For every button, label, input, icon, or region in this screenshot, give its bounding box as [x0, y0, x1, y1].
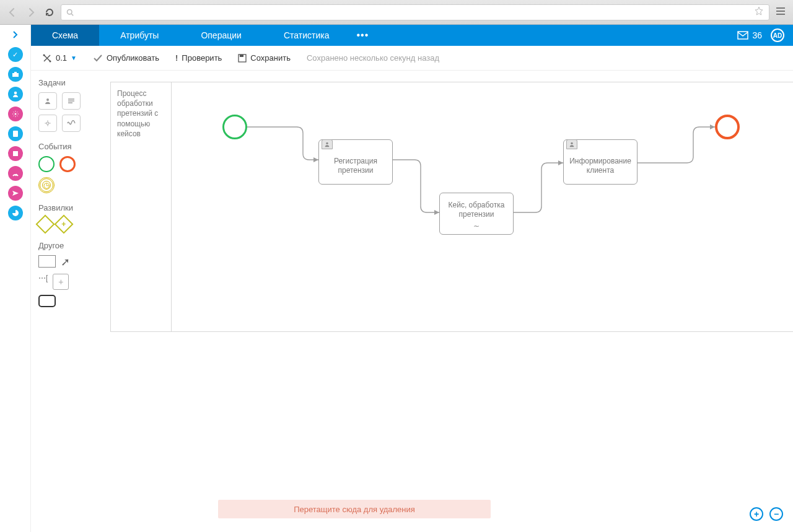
svg-point-9 [50, 60, 51, 62]
palette-pool[interactable] [38, 255, 56, 268]
zoom-controls: + − [750, 507, 783, 521]
palette-expanded-subprocess[interactable]: + [53, 274, 69, 290]
user-icon [566, 139, 577, 149]
tab-stats[interactable]: Статистика [263, 25, 351, 46]
rail-icon-gear[interactable] [8, 107, 23, 121]
left-rail: ✓ [0, 25, 31, 532]
svg-point-3 [14, 92, 17, 95]
nav-back-button[interactable] [5, 5, 20, 20]
browser-chrome [0, 0, 793, 25]
svg-point-8 [43, 54, 45, 56]
svg-point-18 [326, 142, 328, 144]
tab-more-button[interactable]: ••• [350, 25, 375, 46]
tab-schema[interactable]: Схема [31, 25, 99, 46]
bpmn-canvas[interactable]: Процесс обработки претензий с помощью ке… [110, 82, 793, 332]
svg-rect-11 [240, 55, 243, 57]
svg-rect-2 [14, 72, 17, 73]
branch-icon [42, 53, 52, 63]
mail-badge[interactable]: 36 [737, 30, 762, 40]
nav-forward-button[interactable] [24, 5, 38, 20]
address-bar[interactable] [61, 4, 769, 20]
palette-timer-event[interactable]: ◷ [38, 177, 55, 193]
palette-tasks-title: Задачи [38, 78, 92, 87]
svg-rect-5 [13, 131, 18, 137]
mail-icon [737, 31, 748, 40]
topbar: Схема Атрибуты Операции Статистика ••• 3… [31, 25, 793, 46]
version-selector[interactable]: 0.1 ▼ [42, 53, 77, 63]
svg-marker-17 [710, 124, 715, 129]
tab-attributes[interactable]: Атрибуты [99, 25, 180, 46]
save-button[interactable]: Сохранить [238, 53, 291, 63]
palette-user-task[interactable] [38, 92, 57, 110]
svg-point-13 [46, 122, 49, 124]
palette-annotation[interactable]: ⋯[ [38, 274, 48, 290]
palette-service-task[interactable] [38, 115, 57, 132]
task-node-inform[interactable]: Информирование клиента [563, 139, 637, 185]
svg-marker-14 [313, 157, 318, 162]
palette-connector[interactable]: ➚ [61, 255, 70, 269]
palette-exclusive-gateway[interactable] [35, 214, 55, 233]
end-event-node[interactable] [715, 115, 740, 139]
clock-icon: ◷ [43, 181, 50, 190]
palette-group[interactable] [38, 295, 56, 307]
tab-operations[interactable]: Операции [180, 25, 263, 46]
publish-button[interactable]: Опубликовать [93, 53, 159, 63]
svg-rect-6 [13, 151, 18, 156]
check-label: Проверить [182, 53, 222, 63]
search-icon [66, 9, 74, 16]
svg-marker-16 [558, 160, 563, 165]
svg-point-12 [46, 98, 49, 101]
rail-icon-pie[interactable] [8, 206, 23, 220]
collapse-marker-icon: ∼ [440, 222, 513, 234]
rail-icon-check[interactable]: ✓ [8, 47, 23, 62]
canvas-holder: Процесс обработки претензий с помощью ке… [99, 71, 793, 532]
rail-icon-doc[interactable] [8, 126, 23, 141]
svg-marker-15 [434, 210, 439, 215]
save-label: Сохранить [250, 53, 291, 63]
palette-other-title: Другое [38, 241, 92, 250]
rail-icon-send[interactable] [8, 186, 23, 201]
start-event-node[interactable] [222, 115, 247, 139]
task-node-registration[interactable]: Регистрация претензии [318, 139, 393, 185]
rail-icon-gauge[interactable] [8, 166, 23, 181]
bookmark-star-icon[interactable] [754, 6, 764, 18]
exclaim-icon: ! [175, 53, 178, 63]
svg-point-0 [68, 9, 72, 14]
palette-subprocess-task[interactable] [62, 115, 81, 132]
task-node-case[interactable]: Кейс, обработка претензии ∼ [439, 193, 514, 235]
rail-expand-toggle[interactable] [3, 27, 28, 42]
palette-start-event[interactable] [38, 156, 55, 172]
palette-end-event[interactable] [59, 156, 76, 172]
check-icon [93, 55, 103, 62]
save-status: Сохранено несколько секунд назад [307, 53, 439, 63]
svg-point-4 [14, 113, 16, 115]
delete-drop-zone[interactable]: Перетащите сюда для удаления [218, 500, 491, 518]
zoom-in-button[interactable]: + [750, 507, 763, 521]
pool-label[interactable]: Процесс обработки претензий с помощью ке… [111, 82, 172, 331]
svg-rect-1 [12, 73, 19, 77]
palette-parallel-gateway[interactable]: + [54, 214, 73, 233]
user-avatar[interactable]: AD [771, 28, 784, 42]
palette-gateways-title: Развилки [38, 203, 92, 212]
nav-reload-button[interactable] [42, 5, 57, 20]
chevron-down-icon: ▼ [71, 55, 77, 61]
task-label: Регистрация претензии [319, 149, 392, 184]
palette: Задачи События [31, 71, 99, 532]
toolbar: 0.1 ▼ Опубликовать ! Проверить Сохранить… [31, 46, 793, 71]
palette-events-title: События [38, 142, 92, 151]
user-icon [322, 139, 333, 149]
rail-icon-briefcase[interactable] [8, 67, 23, 82]
save-icon [238, 54, 247, 63]
task-label: Информирование клиента [564, 149, 637, 184]
version-label: 0.1 [56, 53, 67, 63]
palette-script-task[interactable] [62, 92, 81, 110]
publish-label: Опубликовать [107, 53, 159, 63]
svg-point-19 [571, 142, 572, 144]
zoom-out-button[interactable]: − [769, 507, 783, 521]
mail-count: 36 [752, 30, 762, 40]
check-button[interactable]: ! Проверить [175, 53, 222, 63]
svg-rect-7 [738, 32, 748, 39]
rail-icon-puzzle[interactable] [8, 146, 23, 161]
rail-icon-user[interactable] [8, 87, 23, 102]
browser-menu-button[interactable] [773, 7, 788, 18]
